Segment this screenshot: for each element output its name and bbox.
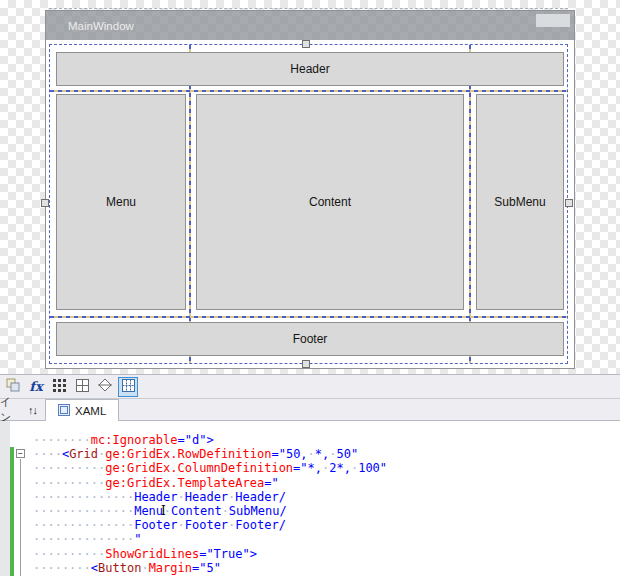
dot-grid-icon: [53, 378, 66, 396]
change-tracking-bar: [10, 447, 14, 576]
grid-cell-footer[interactable]: Footer: [56, 322, 564, 356]
editor-tab-strip: イン ↑↓ XAML: [0, 398, 620, 421]
code-line[interactable]: ··············Header·Header·Header/: [33, 490, 387, 504]
show-snap-grid-button[interactable]: [49, 377, 69, 397]
grid-cell-header[interactable]: Header: [56, 52, 564, 86]
grid-cell-submenu[interactable]: SubMenu: [476, 94, 564, 310]
layers-icon: [6, 378, 20, 396]
code-line[interactable]: ··········ge:GridEx.ColumnDefinition="*,…: [33, 461, 387, 475]
xaml-doc-icon: [58, 404, 70, 418]
tab-xaml-label: XAML: [75, 405, 106, 417]
resize-handle-left[interactable]: [41, 199, 49, 207]
swap-panes-icon[interactable]: ↑↓: [28, 404, 37, 416]
grid-cell-menu[interactable]: Menu: [56, 94, 186, 310]
code-line[interactable]: ····<Grid·ge:GridEx.RowDefinition="50,·*…: [33, 447, 387, 461]
window-chrome-buttons: [536, 14, 570, 27]
window-titlebar[interactable]: MainWindow: [46, 11, 574, 40]
show-gridlines-toggle-button[interactable]: [118, 377, 138, 397]
code-line[interactable]: ··············": [33, 532, 387, 546]
resize-handle-right[interactable]: [565, 199, 573, 207]
designer-toolbar: fx: [0, 374, 620, 398]
code-line[interactable]: ········<Button·Margin="5": [33, 561, 387, 575]
xaml-code-editor[interactable]: − ········mc:Ignorable="d">····<Grid·ge:…: [0, 421, 620, 576]
snap-to-grid-button[interactable]: [72, 377, 92, 397]
fold-collapse-box[interactable]: −: [16, 449, 25, 458]
code-line[interactable]: ··········ShowGridLines="True">: [33, 547, 387, 561]
fold-region-line: [20, 459, 21, 576]
breakpoint-margin[interactable]: [0, 421, 10, 576]
fx-icon: fx: [29, 380, 42, 393]
gridlines-icon: [122, 378, 135, 396]
snapline-diamond-icon: [98, 378, 112, 396]
code-line[interactable]: ··············Footer·Footer·Footer/: [33, 518, 387, 532]
tab-design-partial[interactable]: イン: [0, 395, 18, 425]
grid-row-line-2: [50, 316, 568, 318]
window-title: MainWindow: [68, 20, 134, 32]
resize-handle-top[interactable]: [302, 40, 310, 48]
grid-row-line-1: [50, 90, 568, 92]
snaplines-button[interactable]: [95, 377, 115, 397]
design-surface[interactable]: MainWindow Header Menu Content SubMenu F…: [0, 0, 620, 374]
code-line[interactable]: ··········ge:GridEx.TemplateArea=": [33, 476, 387, 490]
code-line[interactable]: ··············MenuI·Content·SubMenu/: [33, 504, 387, 518]
grid-outline-icon: [76, 378, 89, 396]
tab-xaml[interactable]: XAML: [45, 399, 119, 421]
grid-cell-content[interactable]: Content: [196, 94, 464, 310]
effects-button[interactable]: fx: [26, 377, 46, 397]
code-line[interactable]: ········mc:Ignorable="d">: [33, 433, 387, 447]
code-lines[interactable]: ········mc:Ignorable="d">····<Grid·ge:Gr…: [33, 433, 387, 575]
margin-guide-top: [49, 8, 568, 9]
artboard-background-button[interactable]: [3, 377, 23, 397]
resize-handle-bottom[interactable]: [302, 360, 310, 368]
